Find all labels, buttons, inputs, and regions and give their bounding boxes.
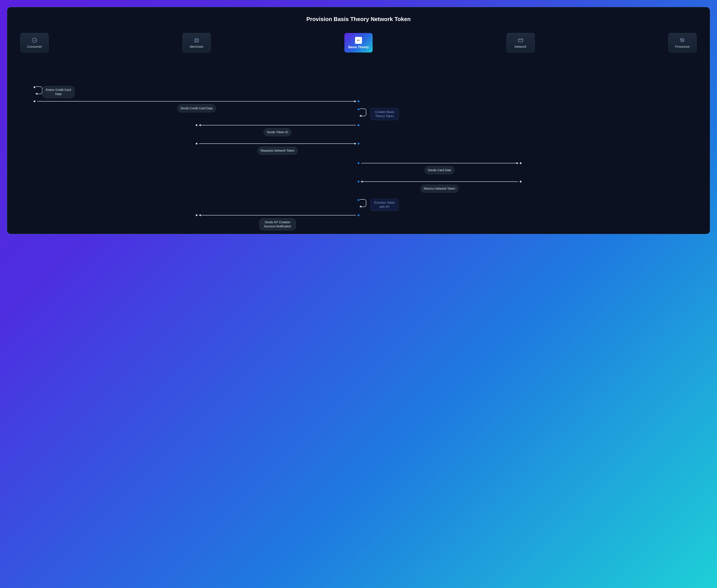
self-message-loop [360, 108, 366, 116]
merchant-icon [194, 37, 199, 43]
lifeline-dot [357, 124, 360, 126]
processor-icon [679, 37, 686, 43]
consumer-icon [31, 37, 38, 43]
message-arrow [361, 182, 518, 182]
sequence-canvas: ConsumerMerchant⌐Basis TheoryNetworkProc… [19, 33, 698, 222]
lane-basis: ⌐Basis Theory [344, 33, 373, 52]
self-message-loop [36, 86, 42, 94]
basis-theory-logo-icon: ⌐ [355, 37, 362, 44]
message-arrow [37, 101, 356, 102]
lifeline-dot [357, 214, 360, 216]
message-label: Sends NT Creation Success Notification [259, 218, 296, 230]
diagram-title: Provision Basis Theory Network Token [19, 16, 698, 23]
svg-point-1 [34, 39, 35, 40]
lane-merchant: Merchant [183, 33, 211, 52]
lifeline-dot [195, 124, 198, 126]
self-message-loop [360, 199, 366, 207]
message-arrow [199, 215, 356, 215]
svg-rect-3 [518, 39, 523, 42]
lifeline-dot [33, 86, 36, 88]
lifeline-dot [357, 108, 360, 111]
lane-consumer: Consumer [20, 33, 49, 52]
lane-head-processor: Processor [668, 33, 697, 52]
diagram-frame: Provision Basis Theory Network Token Con… [7, 7, 710, 234]
network-icon [518, 37, 524, 43]
lane-head-network: Network [506, 33, 535, 52]
message-arrow [199, 125, 356, 125]
message-arrow [199, 143, 356, 144]
lane-label: Basis Theory [348, 45, 369, 49]
message-label: Creates Basis Theory Token [371, 108, 399, 120]
message-label: Enriches Token with NT [371, 199, 399, 211]
lifeline-dot [519, 180, 522, 183]
lifeline-dot [357, 142, 360, 145]
message-label: Sends Token ID [263, 128, 292, 136]
lifeline-dot [357, 180, 360, 183]
message-label: Sends Credit Card Data [177, 104, 216, 112]
lane-head-basis: ⌐Basis Theory [344, 33, 373, 52]
lifeline-dot [519, 162, 522, 165]
lane-head-consumer: Consumer [20, 33, 49, 52]
lifeline-dot [33, 100, 36, 103]
lifeline-dot [357, 199, 360, 201]
lifeline-dot [195, 214, 198, 216]
lifeline-dot [195, 142, 198, 145]
lane-label: Consumer [27, 45, 42, 48]
lifeline-dot [357, 162, 360, 165]
message-label: Requests Network Token [257, 147, 297, 155]
lane-label: Processor [675, 45, 690, 48]
lane-label: Network [514, 45, 526, 48]
lane-network: Network [506, 33, 535, 52]
lane-label: Merchant [190, 45, 203, 48]
message-label: Sends Card Data [425, 166, 455, 174]
lane-processor: Processor [668, 33, 697, 52]
lifeline-dot [357, 100, 360, 103]
message-arrow [361, 163, 518, 163]
lane-head-merchant: Merchant [183, 33, 211, 52]
svg-point-4 [682, 40, 683, 41]
message-label: Enters Credit Card Data [42, 86, 75, 98]
message-label: Returns Network Token [421, 185, 459, 193]
